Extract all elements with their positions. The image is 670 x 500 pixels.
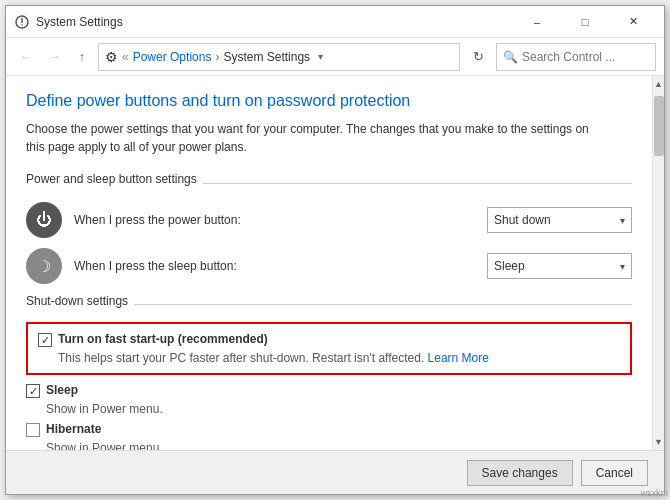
minimize-button[interactable]: – [514,8,560,36]
fast-startup-row: ✓ Turn on fast start-up (recommended) [38,332,620,347]
main-content: Define power buttons and turn on passwor… [6,76,652,450]
breadcrumb-arrow: › [215,50,219,64]
scrollbar: ▲ ▼ [652,76,664,450]
breadcrumb[interactable]: ⚙ « Power Options › System Settings ▾ [98,43,460,71]
fast-startup-label: Turn on fast start-up (recommended) [58,332,268,346]
scroll-thumb[interactable] [654,96,664,156]
page-description: Choose the power settings that you want … [26,120,632,156]
hibernate-label: Hibernate [46,422,101,436]
search-icon: 🔍 [503,50,518,64]
learn-more-link[interactable]: Learn More [428,351,489,365]
address-bar: ← → ↑ ⚙ « Power Options › System Setting… [6,38,664,76]
hibernate-checkbox[interactable] [26,423,40,437]
back-button[interactable]: ← [14,45,38,69]
content-area: Define power buttons and turn on passwor… [6,76,664,450]
power-button-dropdown[interactable]: Shut down ▾ [487,207,632,233]
sleep-dropdown-chevron-icon: ▾ [620,261,625,272]
window-controls: – □ ✕ [514,8,656,36]
breadcrumb-system-settings: System Settings [223,50,310,64]
sleep-icon: ☽ [26,248,62,284]
fast-startup-sublabel: This helps start your PC faster after sh… [58,351,620,365]
hibernate-sub: Show in Power menu. [46,441,632,450]
power-section-label: Power and sleep button settings [26,172,197,186]
breadcrumb-sep1: « [122,50,129,64]
watermark: wsxkm [641,488,669,498]
sleep-checkbox[interactable]: ✓ [26,384,40,398]
breadcrumb-power-options[interactable]: Power Options [133,50,212,64]
dropdown-chevron-icon: ▾ [620,215,625,226]
scroll-down-arrow[interactable]: ▼ [653,434,665,450]
shutdown-section-label: Shut-down settings [26,294,128,308]
sleep-button-row: ☽ When I press the sleep button: Sleep ▾ [26,248,632,284]
system-settings-window: System Settings – □ ✕ ← → ↑ ⚙ « Power Op… [5,5,665,495]
window-icon [14,14,30,30]
title-bar: System Settings – □ ✕ [6,6,664,38]
footer: Save changes Cancel [6,450,664,494]
power-icon: ⏻ [26,202,62,238]
search-box: 🔍 [496,43,656,71]
power-button-row: ⏻ When I press the power button: Shut do… [26,202,632,238]
breadcrumb-chevron-icon: ▾ [318,51,323,62]
fast-startup-checkbox[interactable]: ✓ [38,333,52,347]
sleep-setting-sub: Show in Power menu. [46,402,632,416]
window-title: System Settings [36,15,514,29]
breadcrumb-icon: ⚙ [105,49,118,65]
power-button-label: When I press the power button: [74,213,475,227]
maximize-button[interactable]: □ [562,8,608,36]
sleep-button-dropdown[interactable]: Sleep ▾ [487,253,632,279]
sleep-button-label: When I press the sleep button: [74,259,475,273]
refresh-button[interactable]: ↻ [464,43,492,71]
sleep-setting-label: Sleep [46,383,78,397]
cancel-button[interactable]: Cancel [581,460,648,486]
fast-startup-box: ✓ Turn on fast start-up (recommended) Th… [26,322,632,375]
forward-button[interactable]: → [42,45,66,69]
page-title: Define power buttons and turn on passwor… [26,92,632,110]
scroll-up-arrow[interactable]: ▲ [653,76,665,92]
svg-point-2 [21,24,23,26]
save-changes-button[interactable]: Save changes [467,460,573,486]
hibernate-checkbox-row: Hibernate [26,422,632,437]
up-button[interactable]: ↑ [70,45,94,69]
search-input[interactable] [522,50,670,64]
close-button[interactable]: ✕ [610,8,656,36]
sleep-checkbox-row: ✓ Sleep [26,383,632,398]
